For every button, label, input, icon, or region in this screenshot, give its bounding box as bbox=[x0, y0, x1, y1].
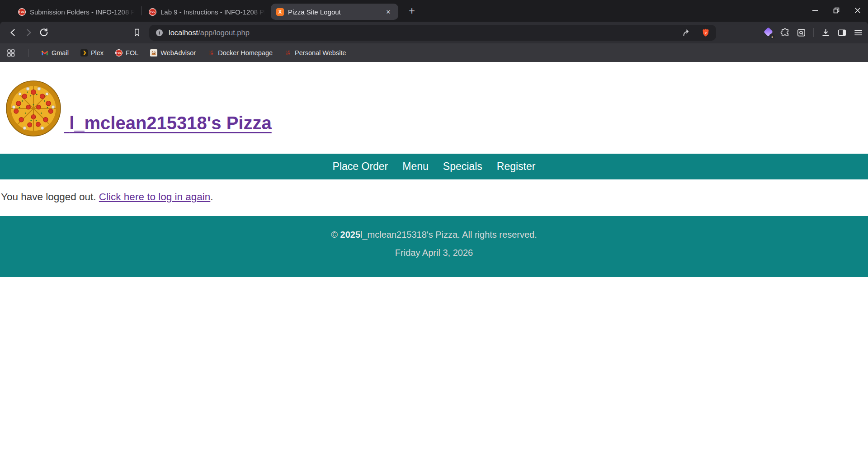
bookmark-label: WebAdvisor bbox=[160, 49, 196, 56]
page-content: l_mclean215318's Pizza Place Order Menu … bbox=[0, 62, 868, 277]
plex-icon bbox=[80, 49, 88, 56]
webadvisor-icon bbox=[150, 49, 157, 56]
bookmark-label: Plex bbox=[91, 49, 104, 56]
minimize-button[interactable] bbox=[804, 0, 826, 21]
share-icon[interactable] bbox=[681, 28, 691, 38]
forward-button[interactable] bbox=[21, 25, 36, 40]
bookmark-plex[interactable]: Plex bbox=[80, 49, 104, 56]
bookmark-label: FOL bbox=[126, 49, 138, 56]
pizza-logo bbox=[5, 80, 61, 136]
sidebar-toggle-icon[interactable] bbox=[837, 28, 847, 38]
tab-lab9-instructions[interactable]: FOL Lab 9 - Instructions - INFO-1208 PHP bbox=[143, 4, 271, 20]
password-extension-icon[interactable]: 1 bbox=[763, 27, 774, 38]
extensions-puzzle-icon[interactable] bbox=[780, 28, 790, 38]
tab-title: Submission Folders - INFO-1208 PHP bbox=[30, 8, 135, 16]
tab-title: Lab 9 - Instructions - INFO-1208 PHP bbox=[160, 8, 265, 16]
site-title: l_mclean215318's Pizza bbox=[69, 113, 272, 133]
bookmark-label: Docker Homepage bbox=[218, 49, 273, 56]
restore-button[interactable] bbox=[826, 0, 847, 21]
gmail-icon bbox=[41, 49, 48, 56]
bookmark-label: Gmail bbox=[52, 49, 69, 56]
login-again-link[interactable]: Click here to log in again bbox=[99, 191, 210, 202]
tab-divider bbox=[142, 6, 142, 15]
menu-hamburger-icon[interactable] bbox=[853, 28, 863, 38]
bookmark-personal-website[interactable]: LEUT Personal Website bbox=[284, 49, 346, 56]
logout-period: . bbox=[210, 191, 213, 202]
site-footer: © 2025l_mclean215318's Pizza. All rights… bbox=[0, 216, 868, 277]
toolbar-right-cluster: 1 bbox=[763, 27, 863, 38]
close-window-button[interactable] bbox=[847, 0, 868, 21]
toolbar: localhost/app/logout.php 1 bbox=[0, 22, 868, 43]
nav-specials[interactable]: Specials bbox=[443, 160, 482, 173]
url-text[interactable]: localhost/app/logout.php bbox=[169, 28, 681, 37]
apps-grid-icon[interactable] bbox=[6, 48, 15, 57]
main-nav: Place Order Menu Specials Register bbox=[0, 154, 868, 179]
bookmark-gmail[interactable]: Gmail bbox=[41, 49, 69, 56]
nav-register[interactable]: Register bbox=[497, 160, 536, 173]
bookmarks-bar: Gmail Plex FOL FOL bbox=[0, 43, 868, 62]
logout-message: You have logged out. Click here to log i… bbox=[1, 191, 868, 203]
divider bbox=[813, 28, 814, 37]
address-bar[interactable]: localhost/app/logout.php bbox=[149, 25, 716, 41]
new-tab-button[interactable]: + bbox=[405, 4, 419, 18]
fol-favicon-icon: FOL bbox=[18, 8, 26, 16]
url-host: localhost bbox=[169, 28, 198, 37]
sidebar-search-icon[interactable] bbox=[796, 28, 807, 38]
nav-menu[interactable]: Menu bbox=[402, 160, 429, 173]
site-title-link[interactable]: l_mclean215318's Pizza bbox=[64, 114, 272, 136]
divider bbox=[696, 28, 696, 37]
tab-title: Pizza Site Logout bbox=[288, 8, 378, 16]
browser-chrome: FOL Submission Folders - INFO-1208 PHP F… bbox=[0, 0, 868, 62]
fol-icon: FOL bbox=[115, 49, 123, 56]
tab-submission-folders[interactable]: FOL Submission Folders - INFO-1208 PHP bbox=[13, 4, 140, 20]
copyright-line: © 2025l_mclean215318's Pizza. All rights… bbox=[0, 230, 868, 240]
copyright-year: 2025 bbox=[340, 230, 361, 240]
red-letters-icon: LEUT bbox=[208, 49, 215, 56]
downloads-icon[interactable] bbox=[821, 28, 831, 38]
toolbar-card: localhost/app/logout.php 1 bbox=[0, 22, 868, 62]
tab-pizza-site-logout[interactable]: X Pizza Site Logout ✕ bbox=[271, 4, 398, 20]
reload-button[interactable] bbox=[36, 25, 52, 40]
bookmark-webadvisor[interactable]: WebAdvisor bbox=[150, 49, 196, 56]
brave-shields-icon[interactable] bbox=[701, 28, 711, 38]
bookmark-fol[interactable]: FOL FOL bbox=[115, 49, 138, 56]
xampp-favicon-icon: X bbox=[276, 8, 284, 16]
footer-date: Friday April 3, 2026 bbox=[0, 248, 868, 258]
bookmark-label: Personal Website bbox=[295, 49, 346, 56]
back-button[interactable] bbox=[5, 25, 21, 40]
bookmark-icon[interactable] bbox=[129, 25, 145, 40]
nav-place-order[interactable]: Place Order bbox=[333, 160, 388, 173]
site-info-icon[interactable] bbox=[155, 28, 164, 38]
bookmark-docker-homepage[interactable]: LEUT Docker Homepage bbox=[208, 49, 273, 56]
site-header: l_mclean215318's Pizza bbox=[0, 62, 868, 136]
divider bbox=[28, 49, 28, 57]
fol-favicon-icon: FOL bbox=[149, 8, 156, 16]
tab-close-icon[interactable]: ✕ bbox=[384, 7, 393, 16]
extension-badge: 1 bbox=[769, 33, 775, 40]
red-letters-icon: LEUT bbox=[284, 49, 292, 56]
window-controls bbox=[804, 0, 868, 22]
tab-strip: FOL Submission Folders - INFO-1208 PHP F… bbox=[0, 0, 868, 22]
url-path: /app/logout.php bbox=[198, 28, 250, 37]
logout-text: You have logged out. bbox=[1, 191, 99, 202]
